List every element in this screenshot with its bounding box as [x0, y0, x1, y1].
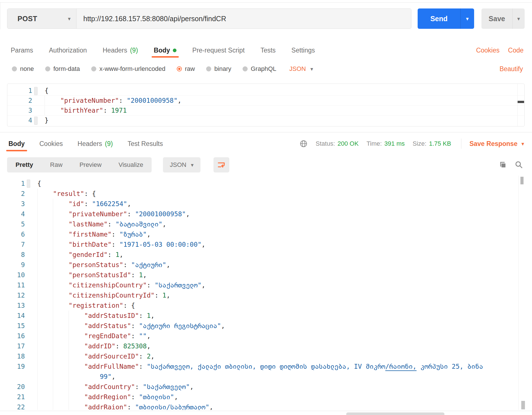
radio-none[interactable]: none [12, 65, 34, 73]
save-button[interactable]: Save [481, 8, 512, 29]
fold-gutter [25, 189, 32, 199]
search-button[interactable] [514, 160, 524, 169]
tab-headers[interactable]: Headers(9) [103, 43, 138, 58]
radio-form-data[interactable]: form-data [45, 65, 80, 73]
beautify-link[interactable]: Beautify [500, 65, 523, 73]
tab-body-label: Body [154, 47, 170, 54]
code-text: } [40, 115, 49, 125]
tab-settings[interactable]: Settings [291, 43, 315, 58]
code-line: 8"genderId": 1, [0, 250, 517, 260]
code-text: { [40, 86, 49, 95]
response-tab-headers[interactable]: Headers(9) [78, 136, 113, 151]
request-body-editor[interactable]: 1{2"privateNumber": "20001000958",3"birt… [7, 84, 525, 126]
left-edge-divider [0, 2, 0, 29]
response-tab-test-results[interactable]: Test Results [128, 136, 163, 151]
json-caret-icon: ▾ [310, 66, 313, 72]
globe-icon [299, 139, 308, 148]
response-language-caret-icon: ▾ [191, 162, 194, 168]
code-text: "addrCountry": "საქართველო", [32, 382, 194, 392]
line-number: 20 [0, 382, 25, 392]
response-language-select[interactable]: JSON ▾ [163, 157, 200, 172]
line-number: 4 [0, 209, 25, 219]
method-select[interactable]: POST ▾ [7, 9, 77, 29]
time-label: Time: [367, 140, 382, 147]
code-text: "regEndDate": "", [32, 331, 151, 341]
fold-gutter [32, 86, 40, 95]
request-editor-scroll-track[interactable] [517, 84, 518, 126]
fold-gutter [25, 239, 32, 250]
code-link[interactable]: Code [508, 47, 524, 54]
line-number: 1 [7, 86, 32, 95]
response-tabs: Body Cookies Headers(9) Test Results Sta… [8, 136, 524, 151]
code-text: "result": { [32, 189, 96, 199]
save-response-caret-icon: ▾ [521, 141, 524, 147]
view-preview[interactable]: Preview [71, 161, 110, 169]
tab-body[interactable]: Body [154, 43, 177, 58]
bottom-divider [0, 411, 532, 411]
save-response-button[interactable]: Save Response ▾ [469, 140, 524, 148]
save-button-group: Save ▾ [481, 8, 525, 29]
size-label: Size: [413, 140, 426, 147]
line-number: 21 [0, 392, 25, 402]
tab-headers-label: Headers [103, 47, 127, 54]
code-line: 9"personStatus": "აქტიური", [0, 260, 517, 270]
radio-none-label: none [20, 65, 34, 73]
tab-tests[interactable]: Tests [260, 43, 276, 58]
tab-prerequest-script[interactable]: Pre-request Script [192, 43, 245, 58]
code-line: 18"addrSourceID": 2, [0, 351, 517, 361]
cookies-link[interactable]: Cookies [476, 47, 500, 54]
radio-urlencoded-icon [91, 66, 96, 71]
line-number: 19 [0, 361, 25, 372]
view-visualize[interactable]: Visualize [110, 161, 152, 169]
wrap-text-button[interactable] [213, 157, 229, 172]
send-button[interactable]: Send [418, 8, 460, 29]
radio-graphql[interactable]: GraphQL [243, 65, 276, 73]
time-value: 391 ms [384, 140, 405, 147]
request-tabs: Params Authorization Headers(9) Body Pre… [11, 43, 524, 58]
response-tab-cookies[interactable]: Cookies [40, 136, 63, 151]
code-line: 17"addrID": 825308, [0, 341, 517, 351]
line-number: 9 [0, 260, 25, 270]
method-url-group: POST ▾ http://192.168.157.58:8080/api/pe… [7, 8, 411, 29]
save-options-button[interactable]: ▾ [512, 8, 525, 29]
response-tab-cookies-label: Cookies [40, 140, 63, 148]
code-text: "addrSourceID": 2, [32, 351, 154, 361]
line-number: 2 [7, 96, 32, 105]
bottom-right-scroll-thumb[interactable] [521, 401, 525, 409]
line-number: 16 [0, 331, 25, 341]
tab-authorization[interactable]: Authorization [49, 43, 87, 58]
line-number: 1 [0, 178, 25, 189]
status-label: Status: [316, 140, 335, 147]
fold-gutter [25, 372, 32, 382]
response-toolbar: Pretty Raw Preview Visualize JSON ▾ [7, 157, 524, 173]
send-caret-icon: ▾ [466, 16, 469, 21]
top-divider [0, 2, 532, 3]
tab-authorization-label: Authorization [49, 47, 87, 54]
view-raw[interactable]: Raw [42, 161, 71, 169]
code-text: "addrRegion": "თბილისი", [32, 392, 178, 402]
section-divider [0, 132, 532, 132]
fold-gutter [25, 290, 32, 300]
copy-button[interactable] [498, 160, 507, 169]
url-input[interactable]: http://192.168.157.58:8080/api/person/fi… [77, 9, 411, 29]
body-language-select[interactable]: JSON ▾ [289, 65, 313, 73]
send-options-button[interactable]: ▾ [460, 8, 474, 29]
code-line: 2"result": { [0, 189, 517, 199]
radio-binary[interactable]: binary [206, 65, 231, 73]
view-pretty[interactable]: Pretty [7, 161, 42, 169]
code-line: 21"addrRegion": "თბილისი", [0, 392, 517, 402]
fold-gutter [25, 402, 32, 410]
response-scroll-track[interactable] [518, 176, 519, 410]
fold-gutter [25, 300, 32, 311]
horizontal-scrollbar-thumb[interactable] [346, 412, 444, 415]
radio-form-data-label: form-data [53, 65, 80, 73]
response-body-viewer[interactable]: 1{2"result": {3"id": "1662254",4"private… [0, 176, 517, 410]
radio-urlencoded[interactable]: x-www-form-urlencoded [91, 65, 165, 73]
tab-params-label: Params [11, 47, 33, 54]
code-text: { [32, 178, 41, 189]
tab-params[interactable]: Params [11, 43, 33, 58]
response-tab-body[interactable]: Body [8, 136, 25, 151]
radio-raw[interactable]: raw [177, 65, 195, 73]
status-value: 200 OK [337, 140, 359, 147]
response-scroll-thumb[interactable] [520, 177, 524, 184]
